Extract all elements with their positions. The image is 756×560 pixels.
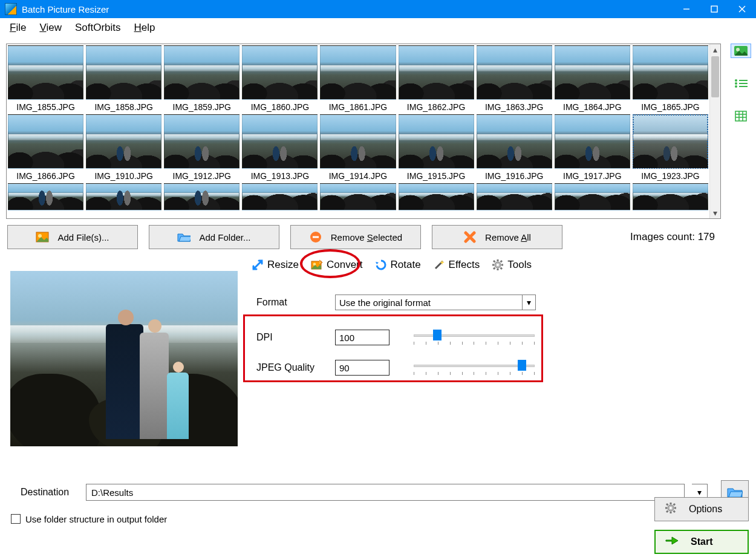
action-toolbar: Add File(s)... Add Folder... Remove Sele… [6, 219, 721, 249]
thumbnail-image [633, 114, 708, 169]
thumbnail-item[interactable]: IMG_1863.JPG [475, 44, 553, 113]
menu-view[interactable]: View [33, 19, 68, 36]
tab-tools[interactable]: Tools [486, 253, 538, 277]
thumbnail-item[interactable]: IMG_1861.JPG [319, 44, 397, 113]
dpi-slider[interactable] [414, 328, 535, 347]
jpeg-quality-label: JPEG Quality [256, 362, 335, 373]
dpi-label: DPI [256, 332, 335, 343]
format-select[interactable]: Use the original format [335, 295, 523, 310]
thumbnail-caption: IMG_1863.JPG [477, 100, 552, 113]
svg-point-35 [670, 507, 672, 509]
options-button[interactable]: Options [654, 497, 749, 521]
thumbnail-item[interactable] [397, 182, 475, 210]
thumbnail-caption: IMG_1866.JPG [8, 169, 83, 182]
thumbnail-item[interactable] [85, 182, 163, 210]
use-folder-structure-checkbox[interactable] [11, 514, 21, 524]
thumbnail-item[interactable]: IMG_1859.JPG [163, 44, 241, 113]
thumbnail-scrollbar[interactable]: ▴ ▾ [709, 44, 720, 218]
remove-icon [309, 232, 322, 243]
menu-softorbits[interactable]: SoftOrbits [69, 19, 127, 36]
chevron-down-icon[interactable]: ▾ [523, 295, 536, 310]
thumbnail-image [477, 183, 552, 210]
tab-resize[interactable]: Resize [246, 253, 305, 277]
add-folder-button[interactable]: Add Folder... [149, 225, 279, 249]
tab-convert[interactable]: Convert [305, 253, 369, 277]
thumbnail-caption: IMG_1858.JPG [86, 100, 161, 113]
view-grid-button[interactable] [731, 109, 751, 123]
destination-combo[interactable]: D:\Results [86, 484, 685, 501]
thumbnail-item[interactable] [553, 182, 631, 210]
delete-icon [463, 232, 477, 243]
thumbnail-item[interactable]: IMG_1914.JPG [319, 113, 397, 182]
thumbnail-item[interactable]: IMG_1915.JPG [397, 113, 475, 182]
close-button[interactable] [728, 0, 756, 18]
thumbnail-item[interactable] [475, 182, 553, 210]
thumbnail-caption: IMG_1855.JPG [8, 100, 83, 113]
thumbnail-image [320, 183, 396, 210]
svg-line-17 [494, 261, 495, 262]
thumbnail-item[interactable]: IMG_1866.JPG [7, 113, 85, 182]
folder-open-icon [177, 232, 191, 243]
thumbnail-item[interactable]: IMG_1858.JPG [85, 44, 163, 113]
thumbnail-item[interactable]: IMG_1865.JPG [631, 44, 709, 113]
thumbnail-item[interactable]: IMG_1864.JPG [553, 44, 631, 113]
thumbnail-image [164, 114, 240, 169]
thumbnail-image [86, 45, 161, 100]
thumbnail-image [164, 183, 240, 210]
thumbnail-item[interactable]: IMG_1860.JPG [241, 44, 319, 113]
tab-rotate[interactable]: Rotate [369, 253, 427, 277]
thumbnail-image [86, 183, 161, 210]
tab-effects[interactable]: Effects [427, 253, 486, 277]
thumbnail-item[interactable]: IMG_1917.JPG [553, 113, 631, 182]
thumbnail-item[interactable] [241, 182, 319, 210]
thumbnail-item[interactable]: IMG_1916.JPG [475, 113, 553, 182]
maximize-button[interactable] [700, 0, 728, 18]
menu-file[interactable]: File [4, 19, 32, 36]
svg-rect-28 [739, 86, 748, 87]
start-button[interactable]: Start [654, 530, 749, 554]
view-thumbnails-button[interactable] [731, 44, 751, 58]
svg-line-18 [501, 268, 503, 270]
scroll-down-icon[interactable]: ▾ [710, 207, 720, 218]
menu-help[interactable]: Help [128, 19, 161, 36]
thumbnail-caption: IMG_1860.JPG [242, 100, 318, 113]
scroll-up-icon[interactable]: ▴ [710, 44, 720, 55]
svg-rect-26 [739, 80, 748, 81]
thumbnail-caption: IMG_1916.JPG [477, 169, 552, 182]
thumbnail-item[interactable] [319, 182, 397, 210]
thumbnail-caption: IMG_1915.JPG [399, 169, 474, 182]
thumbnail-item[interactable]: IMG_1910.JPG [85, 113, 163, 182]
remove-selected-button[interactable]: Remove Selected [290, 225, 421, 249]
view-list-button[interactable] [731, 76, 751, 91]
thumbnail-item[interactable]: IMG_1913.JPG [241, 113, 319, 182]
remove-all-label: Remove All [485, 232, 531, 243]
minimize-button[interactable] [673, 0, 700, 18]
thumbnail-item[interactable] [7, 182, 85, 210]
tab-content-convert: Format Use the original format ▾ DPI [246, 277, 721, 385]
add-files-button[interactable]: Add File(s)... [7, 225, 138, 249]
thumbnail-item[interactable] [631, 182, 709, 210]
remove-selected-label: Remove Selected [331, 232, 402, 243]
thumbnail-item[interactable]: IMG_1862.JPG [397, 44, 475, 113]
jpeg-quality-input[interactable] [335, 360, 389, 376]
thumbnail-caption: IMG_1923.JPG [633, 169, 708, 182]
format-label: Format [256, 297, 335, 308]
thumbnail-item[interactable] [163, 182, 241, 210]
thumbnail-image [8, 183, 83, 210]
dpi-input[interactable] [335, 330, 389, 345]
remove-all-button[interactable]: Remove All [432, 225, 562, 249]
thumbnail-image [399, 114, 474, 169]
svg-rect-29 [735, 111, 746, 121]
titlebar: Batch Picture Resizer [0, 0, 756, 18]
thumbnail-image [8, 114, 83, 169]
scroll-thumb[interactable] [711, 56, 719, 97]
thumbnail-caption: IMG_1917.JPG [555, 169, 630, 182]
thumbnail-caption: IMG_1910.JPG [86, 169, 161, 182]
thumbnail-caption: IMG_1865.JPG [633, 100, 708, 113]
thumbnail-item[interactable]: IMG_1912.JPG [163, 113, 241, 182]
preview-pane [6, 253, 242, 464]
thumbnail-item[interactable]: IMG_1923.JPG [631, 113, 709, 182]
thumbnail-item[interactable]: IMG_1855.JPG [7, 44, 85, 113]
jpeg-quality-slider[interactable] [414, 359, 535, 377]
svg-rect-27 [739, 83, 748, 84]
